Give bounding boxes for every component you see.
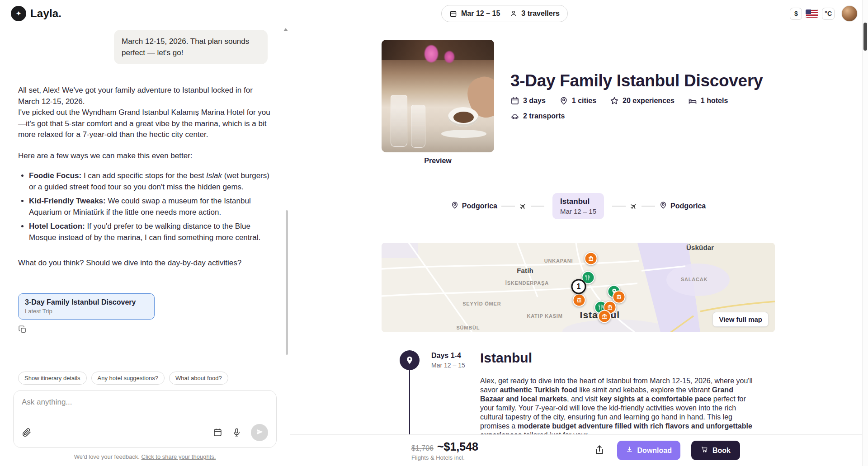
share-button[interactable]: [593, 444, 606, 457]
chat-input[interactable]: [22, 398, 268, 407]
route-destination-chip[interactable]: Istanbul Mar 12 – 15: [552, 193, 604, 219]
route-divider: [612, 206, 626, 207]
chip-food[interactable]: What about food?: [169, 372, 228, 385]
trip-card-title: 3-Day Family Istanbul Discovery: [25, 298, 148, 306]
stat-label: 20 experiences: [623, 97, 675, 105]
route-row: Podgorica Istanbul Mar 12 – 15 Podgorica: [382, 193, 775, 219]
stat-label: 1 hotels: [701, 97, 728, 105]
calendar-icon[interactable]: [213, 428, 223, 438]
window-scrollbar[interactable]: [862, 0, 868, 466]
map-label-iskenderpasa: İSKENDERPAŞA: [505, 280, 549, 286]
trip-stats-row: 3 days 1 cities 20 experiences 1 hotels: [510, 96, 775, 105]
scroll-up-arrow[interactable]: [283, 28, 288, 31]
price-group: $1,706 ~$1,548 Flights & Hotels incl.: [411, 440, 478, 461]
trip-map[interactable]: Üsküdar UNKAPANI Fatih İSKENDERPAŞA SALA…: [382, 243, 775, 332]
photo-decor: [411, 105, 425, 148]
download-label: Download: [637, 447, 672, 455]
map-marker-hotel[interactable]: 1: [571, 279, 586, 294]
days-dates: Mar 12 – 15: [431, 362, 475, 369]
assistant-closing: What do you think? Should we dive into t…: [18, 258, 270, 269]
view-full-map-button[interactable]: View full map: [712, 312, 769, 327]
stat-label: 1 cities: [572, 97, 596, 105]
trip-photo[interactable]: [382, 40, 494, 152]
route-destination-dates: Mar 12 – 15: [560, 207, 596, 215]
feedback-link[interactable]: Click to share your thoughts.: [142, 453, 216, 460]
topbar: ✦ Layla. Mar 12 – 15 3 travellers $ °C: [0, 0, 868, 27]
temperature-unit-button[interactable]: °C: [822, 8, 835, 20]
chip-itinerary-details[interactable]: Show itinerary details: [18, 372, 87, 385]
trip-summary-pill[interactable]: Mar 12 – 15 3 travellers: [441, 5, 568, 22]
download-button[interactable]: Download: [617, 441, 680, 460]
current-price: ~$1,548: [437, 440, 478, 453]
calendar-icon: [510, 96, 519, 105]
user-message-text: March 12-15, 2026. That plan sounds perf…: [122, 37, 249, 57]
suggestion-chips: Show itinerary details Any hotel suggest…: [18, 372, 277, 385]
user-message-bubble: March 12-15, 2026. That plan sounds perf…: [114, 30, 268, 64]
assistant-bullet-list: Foodie Focus: I can add specific stops f…: [18, 170, 270, 243]
send-icon: [256, 428, 264, 437]
send-button[interactable]: [251, 424, 268, 441]
language-flag-us[interactable]: [806, 9, 818, 18]
chat-bullet: Foodie Focus: I can add specific stops f…: [29, 170, 270, 193]
calendar-icon: [449, 10, 457, 18]
itinerary-section: Days 1-4 Mar 12 – 15 Istanbul Alex, get …: [382, 350, 775, 440]
composer: Show itinerary details Any hotel suggest…: [0, 367, 290, 466]
logo[interactable]: ✦ Layla.: [11, 6, 61, 21]
input-actions: [22, 424, 268, 441]
trip-title: 3-Day Family Istanbul Discovery: [510, 71, 775, 90]
currency-button[interactable]: $: [790, 8, 802, 20]
chat-bullet: Kid-Friendly Tweaks: We could swap a mus…: [29, 196, 270, 218]
pin-icon: [559, 96, 568, 105]
trip-photo-column: Preview: [382, 40, 494, 165]
feedback-text: We'd love your feedback.: [74, 453, 142, 460]
photo-decor: [441, 130, 486, 137]
timeline-pin-icon: [400, 350, 420, 370]
stat-experiences: 20 experiences: [610, 96, 675, 105]
route-city-label: Podgorica: [462, 202, 497, 210]
chat-input-box[interactable]: [13, 390, 277, 448]
download-icon: [626, 446, 633, 455]
route-origin: Podgorica: [451, 201, 497, 211]
map-marker-attraction[interactable]: [598, 310, 611, 323]
logo-text: Layla.: [30, 7, 61, 20]
attach-icon[interactable]: [22, 428, 32, 438]
route-city-label: Podgorica: [670, 202, 706, 210]
microphone-icon[interactable]: [232, 428, 242, 438]
old-price: $1,706: [411, 444, 434, 452]
book-button[interactable]: Book: [691, 441, 740, 460]
map-label-sumbul: SÜMBÜL: [456, 325, 480, 330]
logo-spark-icon: ✦: [11, 6, 26, 21]
pin-icon: [659, 201, 667, 211]
chip-hotel-suggestions[interactable]: Any hotel suggestions?: [91, 372, 165, 385]
car-icon: [510, 112, 519, 121]
photo-decor: [391, 95, 407, 147]
photo-decor: [444, 51, 454, 63]
trip-panel: Preview 3-Day Family Istanbul Discovery …: [290, 27, 862, 466]
route-destination: Istanbul: [560, 197, 596, 206]
preview-button[interactable]: Preview: [382, 157, 494, 165]
footer-actions: Download Book: [593, 441, 740, 460]
chat-scrollbar-thumb[interactable]: [286, 210, 288, 355]
map-marker-attraction[interactable]: [612, 290, 625, 303]
route-return: Podgorica: [659, 201, 706, 211]
map-marker-attraction[interactable]: [572, 294, 585, 307]
window-scrollbar-thumb[interactable]: [863, 23, 867, 51]
pill-dates: Mar 12 – 15: [461, 9, 500, 18]
latest-trip-card[interactable]: 3-Day Family Istanbul Discovery Latest T…: [18, 293, 155, 320]
book-label: Book: [712, 447, 731, 455]
price-note: Flights & Hotels incl.: [411, 454, 478, 461]
plane-icon: [628, 201, 639, 212]
copy-icon[interactable]: [18, 325, 27, 334]
map-label-katip-kasim: KATIP KASIM: [527, 313, 562, 319]
map-label-fatih: Fatih: [517, 267, 533, 274]
map-label-seyyid-omer: SEYYİD ÖMER: [462, 301, 501, 306]
stat-cities: 1 cities: [559, 96, 596, 105]
day-city-heading: Istanbul: [480, 350, 775, 366]
stat-transports: 2 transports: [510, 112, 565, 121]
travellers-icon: [510, 10, 517, 17]
map-marker-attraction[interactable]: [584, 252, 597, 265]
user-avatar[interactable]: [842, 6, 857, 21]
feedback-row: We'd love your feedback. Click to share …: [13, 453, 277, 460]
days-label: Days 1-4: [431, 352, 475, 360]
cart-icon: [701, 446, 708, 455]
